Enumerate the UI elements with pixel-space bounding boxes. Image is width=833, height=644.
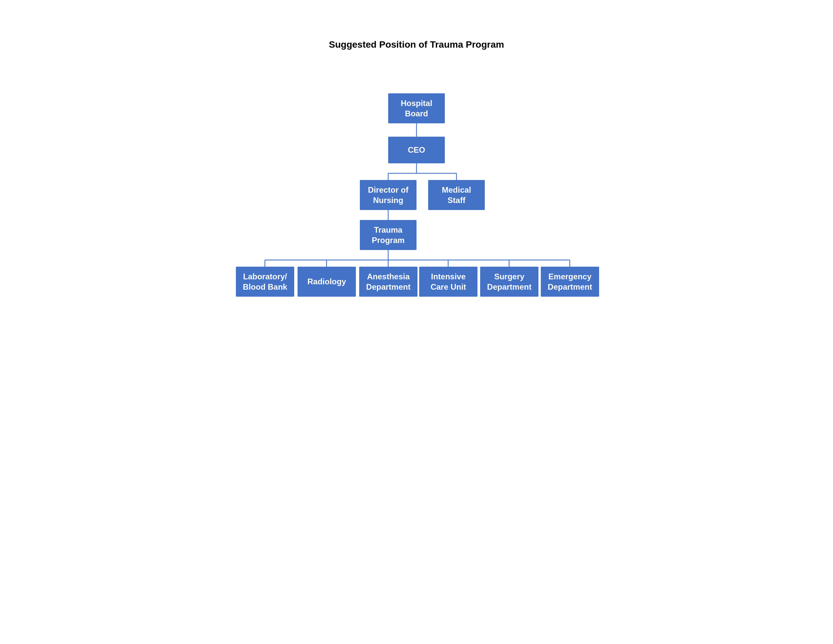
emergency-node: Emergency Department [541,267,599,297]
trauma-program-node: Trauma Program [360,220,416,250]
anesthesia-node: Anesthesia Department [359,267,418,297]
ceo-node: CEO [388,137,445,163]
director-of-nursing-node: Director of Nursing [360,180,416,210]
radiology-node: Radiology [298,267,356,297]
medical-staff-node: Medical Staff [428,180,485,210]
page-title: Suggested Position of Trauma Program [329,39,504,50]
surgery-node: Surgery Department [480,267,539,297]
laboratory-node: Laboratory/ Blood Bank [236,267,294,297]
hospital-board-node: Hospital Board [388,93,445,123]
icu-node: Intensive Care Unit [419,267,478,297]
